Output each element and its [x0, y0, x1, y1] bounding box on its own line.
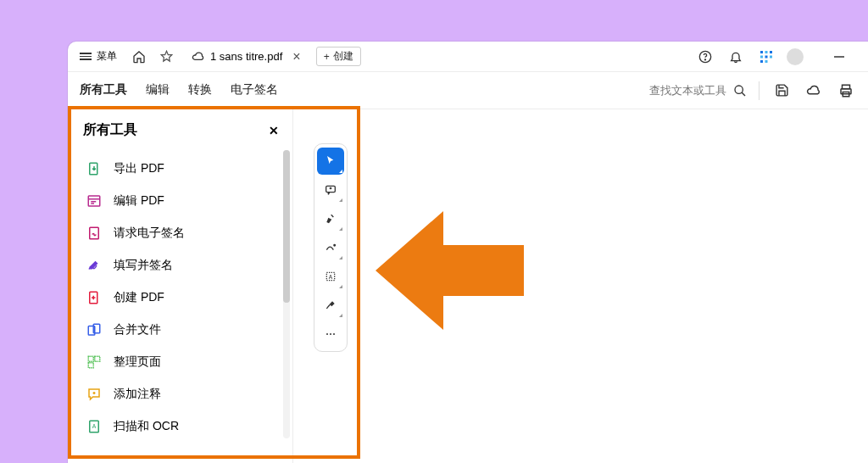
corner-indicator	[339, 256, 342, 259]
svg-marker-0	[161, 51, 172, 61]
sidebar-item-label: 编辑 PDF	[114, 193, 164, 209]
notification-button[interactable]	[726, 47, 746, 67]
sidebar-item-label: 添加注释	[114, 387, 161, 402]
svg-rect-6	[760, 55, 763, 58]
tool-draw[interactable]	[317, 234, 344, 261]
svg-line-13	[742, 92, 745, 96]
export-icon	[86, 161, 102, 176]
divider	[759, 81, 760, 100]
sidebar-list: 导出 PDF编辑 PDF请求电子签名填写并签名创建 PDF合并文件整理页面添加注…	[68, 148, 292, 443]
corner-indicator	[339, 170, 342, 173]
svg-text:A: A	[329, 274, 333, 280]
cloud-sync-button[interactable]	[804, 81, 824, 101]
cloud-sync-icon	[806, 83, 821, 98]
nav-edit[interactable]: 编辑	[146, 74, 170, 108]
nav-convert[interactable]: 转换	[188, 74, 212, 108]
search-placeholder: 查找文本或工具	[649, 83, 726, 98]
svg-point-43	[333, 333, 335, 335]
svg-point-2	[704, 59, 705, 59]
esign-icon	[86, 226, 102, 241]
menu-label: 菜单	[97, 49, 117, 64]
tool-more[interactable]	[317, 321, 344, 348]
minimize-icon	[833, 51, 845, 63]
corner-indicator	[339, 198, 342, 202]
search-icon	[733, 84, 747, 98]
sidebar-close-button[interactable]: ✕	[269, 124, 279, 137]
print-icon	[838, 83, 854, 98]
home-icon	[132, 50, 146, 64]
sidebar-item-combine[interactable]: 合并文件	[68, 314, 292, 346]
secondary-toolbar: 所有工具 编辑 转换 电子签名 查找文本或工具	[68, 72, 868, 109]
tool-comment[interactable]	[317, 176, 344, 204]
tab-close-button[interactable]: ×	[292, 49, 300, 64]
svg-rect-4	[765, 51, 768, 53]
apps-button[interactable]	[756, 47, 776, 67]
search-field[interactable]: 查找文本或工具	[649, 83, 747, 98]
create-label: 创建	[333, 49, 353, 64]
sidebar-panel: 所有工具 ✕ 导出 PDF编辑 PDF请求电子签名填写并签名创建 PDF合并文件…	[68, 109, 293, 463]
sidebar-item-create[interactable]: 创建 PDF	[68, 282, 292, 314]
sidebar-item-organize[interactable]: 整理页面	[68, 346, 292, 378]
corner-indicator	[339, 285, 342, 288]
document-tab[interactable]: 1 sans titre.pdf ×	[183, 45, 309, 69]
svg-point-12	[735, 86, 743, 93]
sidebar-item-label: 导出 PDF	[114, 161, 164, 176]
scan-icon: A	[86, 419, 102, 434]
plus-icon: +	[324, 51, 330, 63]
svg-point-42	[330, 333, 331, 335]
sidebar-item-label: 扫描和 OCR	[114, 419, 179, 434]
corner-indicator	[339, 227, 342, 231]
nav-all-tools[interactable]: 所有工具	[80, 74, 127, 108]
corner-indicator	[339, 314, 342, 317]
sidebar-item-fillsign[interactable]: 填写并签名	[68, 249, 292, 282]
cloud-icon	[192, 50, 205, 64]
svg-rect-7	[765, 55, 768, 58]
svg-rect-30	[88, 363, 93, 368]
floating-toolbar: A	[314, 143, 348, 352]
pointer-arrow-annotation	[376, 198, 528, 343]
svg-point-38	[334, 245, 336, 247]
star-button[interactable]	[156, 47, 176, 67]
tool-textselect[interactable]: A	[317, 263, 344, 290]
organize-icon	[86, 354, 102, 370]
save-button[interactable]	[771, 81, 792, 101]
svg-rect-3	[760, 51, 763, 53]
svg-rect-8	[770, 55, 772, 58]
svg-rect-5	[770, 51, 772, 53]
nav-esign[interactable]: 电子签名	[231, 74, 278, 108]
sidebar-item-label: 填写并签名	[114, 258, 173, 273]
sidebar-item-scan[interactable]: A扫描和 OCR	[68, 410, 292, 443]
scrollbar-thumb[interactable]	[283, 150, 290, 303]
sidebar-item-edit[interactable]: 编辑 PDF	[68, 185, 292, 217]
help-button[interactable]	[695, 47, 715, 67]
sidebar-scrollbar[interactable]	[283, 150, 290, 438]
tool-erase[interactable]	[317, 292, 344, 319]
sidebar-item-label: 请求电子签名	[114, 226, 185, 241]
star-icon	[160, 50, 173, 63]
bell-icon	[729, 50, 743, 64]
home-button[interactable]	[129, 47, 149, 67]
create-icon	[86, 290, 102, 305]
sidebar-title: 所有工具	[83, 121, 137, 139]
svg-rect-29	[95, 356, 100, 361]
svg-rect-9	[760, 60, 763, 63]
save-icon	[775, 83, 789, 98]
svg-rect-10	[765, 60, 768, 63]
sidebar-item-label: 创建 PDF	[114, 290, 164, 305]
sidebar-item-esign[interactable]: 请求电子签名	[68, 217, 292, 249]
tool-highlight[interactable]	[317, 205, 344, 232]
menu-button[interactable]: 菜单	[75, 46, 122, 67]
minimize-button[interactable]	[829, 47, 849, 67]
avatar[interactable]	[787, 48, 804, 65]
svg-marker-44	[376, 211, 524, 330]
tab-title: 1 sans titre.pdf	[210, 50, 282, 63]
svg-point-41	[326, 333, 328, 335]
create-button[interactable]: + 创建	[316, 47, 361, 66]
hamburger-icon	[80, 51, 92, 62]
tool-select[interactable]	[317, 148, 344, 175]
sidebar-item-export[interactable]: 导出 PDF	[68, 153, 292, 185]
svg-rect-28	[88, 356, 93, 361]
sidebar-item-comment[interactable]: 添加注释	[68, 378, 292, 410]
help-icon	[698, 50, 712, 64]
print-button[interactable]	[836, 81, 856, 101]
